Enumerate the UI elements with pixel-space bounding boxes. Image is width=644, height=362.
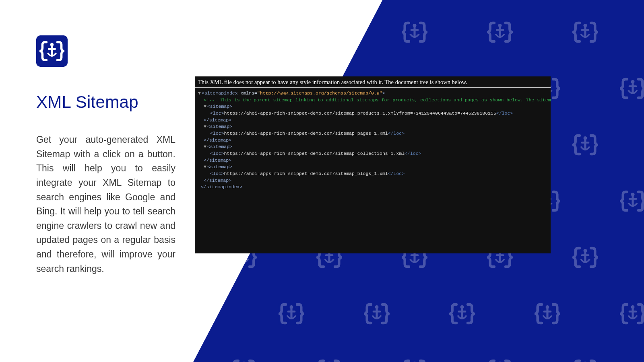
pattern-icon	[287, 342, 372, 362]
page-title: XML Sitemap	[36, 93, 138, 112]
svg-rect-106	[51, 45, 53, 56]
svg-rect-79	[376, 308, 378, 319]
svg-rect-5	[325, 29, 333, 31]
svg-rect-71	[496, 254, 504, 256]
pattern-icon	[201, 4, 287, 60]
svg-rect-67	[413, 252, 415, 263]
xml-viewer-panel: This XML file does not appear to have an…	[195, 76, 551, 253]
svg-rect-73	[584, 252, 586, 263]
svg-rect-107	[48, 48, 56, 50]
svg-rect-8	[411, 29, 419, 31]
pattern-icon	[543, 117, 628, 173]
pattern-icon	[505, 286, 590, 342]
svg-rect-80	[373, 311, 381, 312]
pattern-icon	[287, 4, 372, 60]
svg-rect-83	[458, 311, 466, 312]
svg-rect-70	[499, 252, 501, 263]
svg-rect-89	[629, 311, 637, 312]
svg-rect-68	[411, 254, 419, 256]
svg-rect-7	[413, 27, 415, 38]
pattern-icon	[372, 4, 457, 60]
svg-rect-4	[328, 27, 330, 38]
pattern-icon	[590, 173, 644, 229]
svg-rect-43	[584, 139, 586, 150]
pattern-icon	[249, 286, 334, 342]
svg-rect-77	[287, 311, 295, 312]
svg-rect-65	[325, 254, 333, 256]
anchor-braces-icon	[39, 39, 64, 64]
svg-rect-59	[629, 198, 637, 200]
pattern-icon	[201, 342, 287, 362]
svg-rect-2	[240, 29, 248, 31]
pattern-icon	[590, 60, 644, 117]
svg-rect-58	[632, 195, 634, 207]
svg-rect-1	[243, 27, 245, 38]
svg-point-3	[328, 24, 331, 27]
brand-logo	[36, 35, 68, 67]
description-text: Get your auto-generated XML Sitemap with…	[36, 133, 175, 276]
pattern-icon	[543, 342, 628, 362]
pattern-icon	[372, 342, 457, 362]
svg-rect-11	[496, 29, 504, 31]
pattern-icon	[543, 4, 628, 60]
pattern-icon	[543, 229, 628, 286]
svg-rect-64	[328, 252, 330, 263]
xml-source-body: ▼<sitemapindex xmlns="http://www.sitemap…	[195, 88, 551, 193]
svg-rect-13	[584, 27, 586, 38]
svg-rect-86	[543, 311, 551, 312]
pattern-icon	[457, 342, 543, 362]
svg-rect-88	[632, 308, 634, 319]
svg-rect-85	[546, 308, 548, 319]
svg-rect-10	[499, 27, 501, 38]
svg-rect-76	[290, 308, 292, 319]
pattern-icon	[590, 286, 644, 342]
pattern-icon	[419, 286, 505, 342]
svg-rect-62	[240, 254, 248, 256]
svg-rect-61	[243, 252, 245, 263]
svg-rect-74	[581, 254, 589, 256]
svg-rect-28	[632, 83, 634, 94]
svg-rect-14	[581, 29, 589, 31]
page-root: XML Sitemap Get your auto-generated XML …	[0, 0, 644, 362]
pattern-icon	[334, 286, 419, 342]
pattern-icon	[457, 4, 543, 60]
svg-rect-29	[629, 85, 637, 87]
svg-point-0	[242, 24, 246, 27]
xml-banner-text: This XML file does not appear to have an…	[195, 76, 551, 88]
svg-rect-82	[461, 308, 463, 319]
svg-rect-44	[581, 142, 589, 143]
